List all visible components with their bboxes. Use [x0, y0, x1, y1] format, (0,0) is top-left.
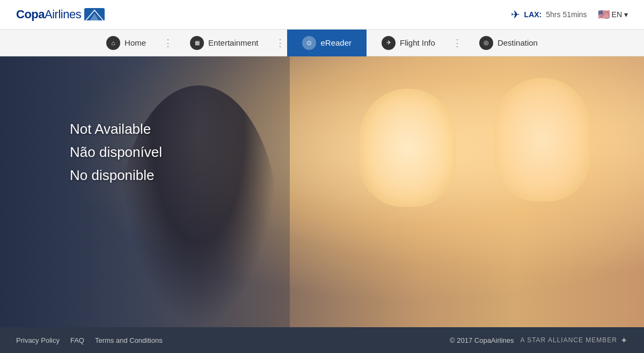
- star-alliance-label: A STAR ALLIANCE MEMBER: [521, 336, 618, 344]
- nav-item-entertainment[interactable]: ▦ Entertainment: [175, 30, 273, 56]
- logo-icon: [84, 7, 105, 22]
- nav-dots-3[interactable]: ⋮: [450, 37, 464, 49]
- nav-label-flightinfo: Flight Info: [400, 38, 435, 47]
- header-right: ✈ LAX: 5hrs 51mins 🇺🇸 EN ▾: [511, 8, 628, 21]
- unavailable-line-3: No disponible: [70, 167, 162, 184]
- footer: Privacy Policy FAQ Terms and Conditions …: [0, 327, 644, 353]
- flight-airport: LAX:: [524, 10, 542, 19]
- footer-copyright: © 2017 CopaAirlines: [450, 336, 514, 344]
- nav-label-ereader: eReader: [320, 38, 352, 47]
- nav-dots-2[interactable]: ⋮: [273, 37, 287, 49]
- main-nav: ⌂ Home ⋮ ▦ Entertainment ⋮ ⊙ eReader ✈ F…: [0, 30, 644, 56]
- footer-links: Privacy Policy FAQ Terms and Conditions: [16, 336, 163, 344]
- nav-icon-flightinfo: ✈: [382, 36, 396, 50]
- airplane-window-left: [360, 89, 456, 207]
- flag-icon: 🇺🇸: [598, 9, 610, 20]
- nav-icon-home: ⌂: [106, 36, 120, 50]
- plane-icon: ✈: [511, 8, 520, 21]
- main-content: Not Available Não disponível No disponib…: [0, 56, 644, 327]
- nav-label-destination: Destination: [497, 38, 538, 47]
- nav-icon-entertainment: ▦: [190, 36, 204, 50]
- footer-link-privacy[interactable]: Privacy Policy: [16, 336, 60, 344]
- unavailable-line-2: Não disponível: [70, 144, 162, 161]
- flight-duration: 5hrs 51mins: [546, 10, 587, 19]
- footer-link-faq[interactable]: FAQ: [70, 336, 84, 344]
- header: CopaAirlines ✈ LAX: 5hrs 51mins 🇺🇸 EN ▾: [0, 0, 644, 30]
- footer-link-terms[interactable]: Terms and Conditions: [95, 336, 163, 344]
- nav-label-entertainment: Entertainment: [208, 38, 258, 47]
- nav-item-ereader[interactable]: ⊙ eReader: [287, 30, 367, 56]
- unavailable-line-1: Not Available: [70, 121, 162, 138]
- unavailable-text-block: Not Available Não disponível No disponib…: [70, 121, 162, 184]
- star-alliance: A STAR ALLIANCE MEMBER ✦: [521, 335, 628, 345]
- nav-item-flightinfo[interactable]: ✈ Flight Info: [367, 30, 450, 56]
- nav-item-home[interactable]: ⌂ Home: [91, 30, 161, 56]
- chevron-down-icon: ▾: [624, 10, 628, 19]
- nav-label-home: Home: [125, 38, 146, 47]
- flight-time-display: ✈ LAX: 5hrs 51mins: [511, 8, 587, 21]
- footer-right: © 2017 CopaAirlines A STAR ALLIANCE MEMB…: [450, 335, 628, 345]
- logo-text: CopaAirlines: [16, 8, 81, 21]
- star-alliance-icon: ✦: [620, 335, 628, 345]
- language-label: EN: [612, 10, 622, 19]
- language-selector[interactable]: 🇺🇸 EN ▾: [598, 9, 628, 20]
- nav-dots-1[interactable]: ⋮: [161, 37, 175, 49]
- airplane-window-right: [494, 78, 590, 201]
- nav-icon-ereader: ⊙: [302, 36, 316, 50]
- nav-icon-destination: ◎: [479, 36, 493, 50]
- nav-item-destination[interactable]: ◎ Destination: [464, 30, 553, 56]
- logo-area: CopaAirlines: [16, 7, 105, 22]
